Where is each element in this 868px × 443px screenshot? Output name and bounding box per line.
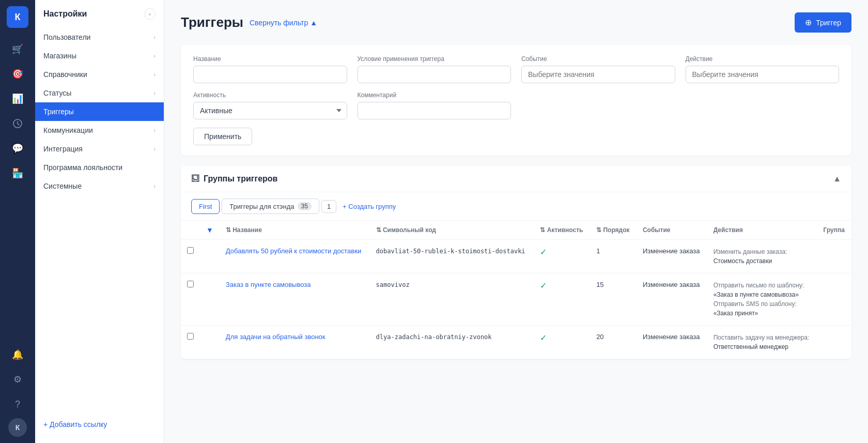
sidebar-item-references[interactable]: Справочники › — [35, 65, 164, 84]
col-checkbox — [181, 221, 200, 240]
col-activity[interactable]: ⇅ Активность — [534, 221, 590, 240]
filter-row-2: Активность Активные Неактивные Все Комме… — [193, 91, 839, 119]
create-group-button[interactable]: + Создать группу — [338, 201, 400, 212]
row-checkbox[interactable] — [187, 281, 194, 287]
sidebar-item-triggers[interactable]: Триггеры — [35, 102, 164, 121]
row-actions-cell: Поставить задачу на менеджера: Ответстве… — [707, 326, 817, 359]
sidebar-collapse-button[interactable]: ‹ — [144, 8, 156, 20]
sidebar-item-label: Пользователи — [43, 33, 90, 41]
row-expand-cell — [200, 240, 220, 273]
row-actions-text: Отправить письмо по шаблону: «Заказ в пу… — [714, 281, 811, 318]
tabs-row: First Триггеры для стэнда 35 1 + Создать… — [181, 192, 851, 221]
tab-first[interactable]: First — [191, 199, 220, 214]
col-code[interactable]: ⇅ Символьный код — [370, 221, 534, 240]
help-icon[interactable]: ? — [7, 393, 28, 415]
main-content: Триггеры Свернуть фильтр ▲ ⊕ Триггер Наз… — [164, 0, 868, 443]
filter-condition-input[interactable] — [358, 66, 512, 83]
action-line1: Отправить письмо по шаблону: — [714, 282, 804, 289]
filter-field-action: Действие — [686, 55, 840, 83]
settings-icon[interactable]: ⚙ — [7, 369, 28, 390]
sidebar-item-communications[interactable]: Коммуникации › — [35, 121, 164, 140]
sidebar-item-loyalty[interactable]: Программа лояльности — [35, 158, 164, 177]
sidebar-item-label: Программа лояльности — [43, 163, 122, 172]
target-icon[interactable]: 🎯 — [7, 63, 28, 85]
action-line4: «Заказ принят» — [714, 310, 758, 317]
row-checkbox-cell — [181, 273, 200, 326]
trigger-name-link[interactable]: Добавлять 50 рублей к стоимости доставки — [226, 247, 361, 255]
chevron-icon: › — [153, 183, 156, 189]
sidebar-item-shops[interactable]: Магазины › — [35, 47, 164, 65]
filter-row-1: Название Условие применения триггера Соб… — [193, 55, 839, 83]
col-code-label: Символьный код — [383, 226, 436, 234]
sidebar-item-statuses[interactable]: Статусы › — [35, 84, 164, 102]
sidebar-item-label: Триггеры — [43, 108, 74, 116]
sidebar-item-label: Статусы — [43, 89, 71, 97]
table-row: Заказ в пункте самовывоза samovivoz ✓ 15… — [181, 273, 851, 326]
sidebar-item-label: Интеграция — [43, 145, 83, 153]
row-actions-text: Изменить данные заказа: Стоимость достав… — [714, 247, 811, 266]
row-checkbox[interactable] — [187, 333, 194, 340]
filter-toggle-button[interactable]: Свернуть фильтр ▲ — [250, 19, 317, 27]
add-trigger-label: Триггер — [816, 19, 841, 27]
row-order-cell: 1 — [590, 240, 637, 273]
filter-event-label: Событие — [521, 55, 675, 63]
trigger-name-link[interactable]: Для задачи на обратный звонок — [226, 333, 326, 341]
row-checkbox[interactable] — [187, 247, 194, 254]
chevron-icon: › — [153, 53, 156, 59]
page-number[interactable]: 1 — [321, 200, 336, 213]
store-icon[interactable]: 🏪 — [7, 162, 28, 184]
add-trigger-button[interactable]: ⊕ Триггер — [795, 12, 851, 33]
sidebar-item-integration[interactable]: Интеграция › — [35, 140, 164, 158]
cart-icon[interactable]: 🛒 — [7, 38, 28, 60]
row-group-cell — [817, 326, 851, 359]
sidebar-item-label: Справочники — [43, 70, 87, 79]
active-check-icon: ✓ — [540, 333, 547, 342]
user-avatar[interactable]: К — [8, 418, 27, 437]
col-name[interactable]: ⇅ Название — [220, 221, 370, 240]
action-line2: «Заказ в пункте самовывоза» — [714, 291, 799, 298]
bell-icon[interactable]: 🔔 — [7, 344, 28, 365]
groups-collapse-icon[interactable]: ▲ — [833, 174, 841, 184]
sort-down-icon[interactable]: ▼ — [206, 226, 213, 234]
chat-icon[interactable]: 💬 — [7, 138, 28, 159]
filter-activity-select[interactable]: Активные Неактивные Все — [193, 102, 347, 119]
table-row: Для задачи на обратный звонок dlya-zadac… — [181, 326, 851, 359]
action-line1: Изменить данные заказа: — [714, 248, 787, 255]
row-group-cell — [817, 240, 851, 273]
row-code-cell: dobavliat-50-rublei-k-stoimosti-dostavki — [370, 240, 534, 273]
col-event-label: Событие — [643, 226, 671, 234]
groups-title-text: Группы триггеров — [204, 174, 277, 184]
filter-funnel-icon: ⛾ — [191, 174, 199, 184]
bottom-icons: 🔔 ⚙ ? К — [7, 344, 28, 437]
filter-name-input[interactable] — [193, 66, 347, 83]
sidebar-nav: Пользователи › Магазины › Справочники › … — [35, 28, 164, 414]
filter-name-label: Название — [193, 55, 347, 63]
row-active-cell: ✓ — [534, 240, 590, 273]
chart-icon[interactable]: 📊 — [7, 88, 28, 110]
filter-toggle-icon: ▲ — [310, 19, 317, 27]
row-code-cell: dlya-zadachi-na-obratniy-zvonok — [370, 326, 534, 359]
trigger-code: dlya-zadachi-na-obratniy-zvonok — [376, 333, 492, 341]
add-link-button[interactable]: + Добавить ссылку — [35, 414, 164, 435]
status-icon[interactable] — [7, 113, 28, 134]
trigger-name-link[interactable]: Заказ в пункте самовывоза — [226, 281, 311, 288]
logo[interactable]: К — [7, 6, 28, 28]
row-group-cell — [817, 273, 851, 326]
tab-stand-label: Триггеры для стэнда — [229, 203, 294, 210]
filter-field-event: Событие — [521, 55, 675, 83]
row-order-cell: 15 — [590, 273, 637, 326]
sidebar-item-users[interactable]: Пользователи › — [35, 28, 164, 47]
col-order[interactable]: ⇅ Порядок — [590, 221, 637, 240]
filter-event-input[interactable] — [521, 66, 675, 83]
sidebar-item-system[interactable]: Системные › — [35, 177, 164, 195]
filter-comment-label: Комментарий — [358, 91, 512, 99]
filter-action-input[interactable] — [686, 66, 840, 83]
filter-comment-input[interactable] — [358, 102, 512, 119]
groups-header: ⛾ Группы триггеров ▲ — [181, 166, 851, 192]
tab-triggers-stand[interactable]: Триггеры для стэнда 35 — [222, 198, 319, 214]
chevron-icon: › — [153, 146, 156, 152]
row-checkbox-cell — [181, 240, 200, 273]
row-active-cell: ✓ — [534, 326, 590, 359]
apply-filter-button[interactable]: Применить — [193, 128, 252, 145]
trigger-code: samovivoz — [376, 281, 410, 288]
